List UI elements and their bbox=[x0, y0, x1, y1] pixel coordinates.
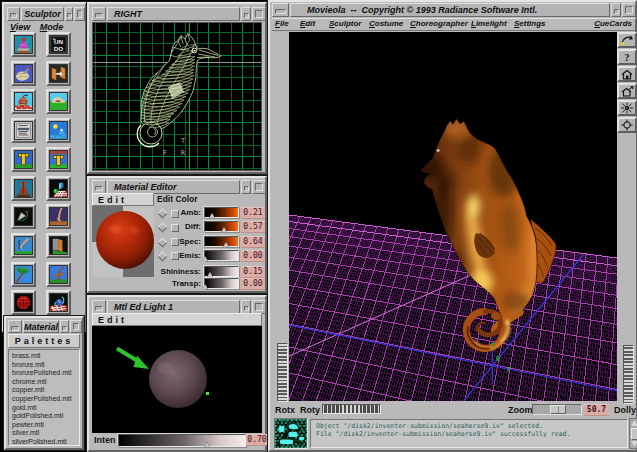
pointer-button[interactable] bbox=[617, 32, 637, 48]
tool-hand-hook-button[interactable] bbox=[11, 233, 36, 258]
channel-value[interactable]: 0.15 bbox=[241, 266, 265, 278]
zoom-slider-thumb[interactable] bbox=[550, 405, 566, 414]
tool-lathe-top-button[interactable] bbox=[11, 32, 36, 57]
titlebar[interactable]: Sculptor bbox=[7, 7, 85, 21]
slider-thumb[interactable] bbox=[204, 442, 210, 447]
zoom-slider[interactable] bbox=[532, 404, 582, 415]
roty-thumbwheel[interactable] bbox=[322, 404, 381, 414]
restore-button[interactable] bbox=[241, 180, 251, 194]
channel-slider[interactable] bbox=[204, 250, 239, 261]
minimize-button[interactable] bbox=[92, 300, 106, 314]
minimize-button[interactable] bbox=[92, 7, 106, 21]
menu-choreographer[interactable]: Choreographer bbox=[410, 19, 468, 28]
palette-item[interactable]: pewter.mtl bbox=[12, 421, 79, 430]
palette-item[interactable]: silverPolished.mtl bbox=[12, 438, 79, 447]
titlebar[interactable]: Mtl Ed Light 1 bbox=[92, 300, 266, 314]
maximize-button[interactable] bbox=[74, 7, 85, 21]
restore-button[interactable] bbox=[60, 320, 69, 333]
channel-value[interactable]: 0.21 bbox=[241, 207, 265, 219]
menu-settings[interactable]: Settings bbox=[514, 19, 546, 28]
zoom-value[interactable]: 50.7 bbox=[584, 404, 609, 416]
help-button[interactable]: ? bbox=[617, 49, 637, 65]
palettes-header[interactable]: Palettes bbox=[8, 334, 80, 348]
channel-value[interactable]: 0.00 bbox=[241, 278, 265, 290]
tool-hand-reach-button[interactable] bbox=[46, 204, 71, 229]
palette-item[interactable]: bronze.mtl bbox=[12, 361, 79, 370]
palette-item[interactable]: goldPolished.mtl bbox=[12, 412, 79, 421]
palette-item[interactable]: gold.mtl bbox=[12, 404, 79, 413]
main-3d-viewport[interactable]: TRF bbox=[289, 32, 617, 401]
menu-cuecards[interactable]: CueCards bbox=[594, 19, 632, 28]
dolly-thumbwheel[interactable] bbox=[623, 345, 634, 404]
channel-slider[interactable] bbox=[204, 278, 239, 289]
intensity-slider[interactable] bbox=[118, 434, 246, 447]
scroll-thumb[interactable] bbox=[631, 428, 637, 440]
maximize-button[interactable] bbox=[70, 320, 82, 333]
tool-text-list-button[interactable] bbox=[11, 118, 36, 143]
titlebar[interactable]: Material Editor bbox=[92, 180, 266, 194]
minimize-button[interactable] bbox=[92, 180, 106, 194]
menu-view[interactable]: View bbox=[10, 22, 30, 32]
tool-pot-cherry-button[interactable] bbox=[11, 89, 36, 114]
home-button[interactable] bbox=[617, 66, 637, 82]
tool-scene-sun-button[interactable] bbox=[46, 118, 71, 143]
channel-value[interactable]: 0.00 bbox=[241, 250, 265, 262]
light-preview-viewport[interactable] bbox=[92, 326, 262, 433]
tool-polygon-curve-button[interactable] bbox=[11, 204, 36, 229]
slider-thumb[interactable] bbox=[209, 213, 215, 218]
tool-tree-water-button[interactable] bbox=[11, 262, 36, 287]
rotx-thumbwheel[interactable] bbox=[277, 343, 288, 402]
tool-bucket-pour-button[interactable] bbox=[46, 290, 71, 315]
restore-button[interactable] bbox=[611, 3, 621, 17]
tool-extrude-button[interactable] bbox=[46, 61, 71, 86]
tool-text-3d-green-button[interactable] bbox=[46, 147, 71, 172]
palette-item[interactable]: copperPolished.mtl bbox=[12, 395, 79, 404]
slider-thumb[interactable] bbox=[221, 227, 227, 232]
slider-thumb[interactable] bbox=[223, 242, 229, 247]
tool-clay-putty-button[interactable] bbox=[11, 61, 36, 86]
palette-item[interactable]: silver.mtl bbox=[12, 429, 79, 438]
restore-button[interactable] bbox=[65, 7, 73, 21]
menu-file[interactable]: File bbox=[275, 19, 289, 28]
tool-door-open-button[interactable] bbox=[46, 233, 71, 258]
minimize-button[interactable] bbox=[7, 7, 20, 21]
menu-sculptor[interactable]: Sculptor bbox=[329, 19, 361, 28]
tool-vase-button[interactable] bbox=[11, 176, 36, 201]
channel-slider[interactable] bbox=[204, 236, 239, 247]
tool-cross-ground-button[interactable] bbox=[46, 262, 71, 287]
minimize-button[interactable] bbox=[8, 320, 22, 333]
scroll-up-icon[interactable] bbox=[631, 421, 637, 426]
intensity-value[interactable]: 0.70 bbox=[246, 434, 268, 446]
channel-slider[interactable] bbox=[204, 207, 239, 218]
status-scrollbar[interactable] bbox=[629, 418, 637, 449]
scroll-down-icon[interactable] bbox=[631, 441, 637, 446]
titlebar[interactable]: Material bbox=[8, 320, 82, 333]
view-all-button[interactable] bbox=[617, 100, 637, 116]
palette-item[interactable]: chrome.mtl bbox=[12, 378, 79, 387]
slider-thumb[interactable] bbox=[207, 272, 213, 277]
menu-costume[interactable]: Costume bbox=[369, 19, 403, 28]
channel-slider[interactable] bbox=[204, 221, 239, 232]
palette-item[interactable]: copper.mtl bbox=[12, 386, 79, 395]
set-home-button[interactable] bbox=[617, 83, 637, 99]
seek-button[interactable] bbox=[617, 117, 637, 133]
channel-slider[interactable] bbox=[204, 266, 239, 277]
maximize-button[interactable] bbox=[252, 300, 266, 314]
channel-value[interactable]: 0.64 bbox=[241, 236, 265, 248]
restore-button[interactable] bbox=[241, 7, 251, 21]
maximize-button[interactable] bbox=[622, 3, 636, 17]
menu-edit[interactable]: Edit bbox=[300, 19, 315, 28]
tool-text-3d-blue-button[interactable] bbox=[11, 147, 36, 172]
menu-mode[interactable]: Mode bbox=[40, 22, 64, 32]
restore-button[interactable] bbox=[241, 300, 251, 314]
slider-thumb[interactable] bbox=[202, 256, 208, 261]
maximize-button[interactable] bbox=[252, 7, 266, 21]
tool-blocks-checker-button[interactable] bbox=[46, 176, 71, 201]
palette-item[interactable]: brass.mtl bbox=[12, 352, 79, 361]
tool-undo-button[interactable]: UNDO bbox=[46, 32, 71, 57]
palette-item[interactable]: bronzePolished.mtl bbox=[12, 369, 79, 378]
wireframe-viewport[interactable]: TFR bbox=[92, 22, 262, 171]
tool-terrain-arch-button[interactable] bbox=[46, 89, 71, 114]
minimize-button[interactable] bbox=[272, 3, 289, 17]
menu-edit[interactable]: Edit bbox=[92, 313, 262, 326]
